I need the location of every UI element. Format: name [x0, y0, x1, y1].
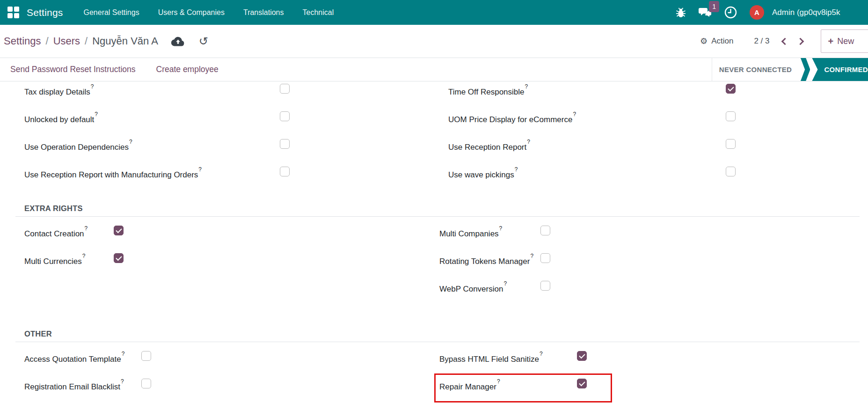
activities-clock-icon[interactable] — [724, 6, 737, 19]
help-icon[interactable]: ? — [121, 378, 124, 385]
control-panel: Settings / Users / Nguyễn Văn A ↺ ⚙ Acti… — [0, 25, 868, 58]
extra-rights-left-column: Contact Creation? Multi Currencies? — [24, 223, 439, 306]
help-icon[interactable]: ? — [129, 139, 132, 145]
field-label: Use Reception Report — [448, 143, 526, 152]
top-right-column: Time Off Responsible? UOM Price Display … — [448, 81, 868, 192]
field-row-use-operation-dependencies: Use Operation Dependencies? — [24, 137, 448, 164]
user-menu-label[interactable]: Admin (gp0qv8ip5k — [772, 8, 840, 17]
help-icon[interactable]: ? — [540, 351, 543, 357]
send-password-reset-button[interactable]: Send Password Reset Instructions — [10, 65, 136, 74]
pager-value: 2 / 3 — [754, 37, 769, 46]
stage-arrow-icon — [801, 58, 810, 81]
field-label: Multi Companies — [439, 229, 499, 238]
help-icon[interactable]: ? — [95, 111, 98, 117]
other-left-column: Access Quotation Template? Registration … — [24, 349, 439, 404]
checkbox-multi-currencies[interactable] — [114, 253, 124, 263]
field-label: Unlocked by default — [24, 115, 94, 124]
field-label: Tax display Details — [24, 88, 90, 96]
bug-icon[interactable] — [676, 7, 686, 18]
checkbox-unlocked-by-default[interactable] — [280, 111, 290, 121]
field-row-use-wave-pickings: Use wave pickings? — [448, 164, 868, 192]
checkbox-multi-companies[interactable] — [540, 226, 550, 235]
field-row-bypass-html-field-sanitize: Bypass HTML Field Sanitize? — [439, 349, 860, 376]
help-icon[interactable]: ? — [515, 166, 518, 173]
help-icon[interactable]: ? — [82, 253, 86, 259]
help-icon[interactable]: ? — [85, 225, 88, 232]
help-icon[interactable]: ? — [525, 83, 528, 90]
form-sheet: Tax display Details? Unlocked by default… — [0, 81, 868, 404]
user-avatar[interactable]: A — [750, 5, 764, 20]
menu-technical[interactable]: Technical — [303, 8, 334, 17]
field-row-use-reception-report: Use Reception Report? — [448, 137, 868, 164]
checkbox-access-quotation-template[interactable] — [141, 351, 151, 361]
checkbox-use-operation-dependencies[interactable] — [280, 139, 290, 149]
cloud-save-icon[interactable] — [171, 37, 185, 46]
help-icon[interactable]: ? — [91, 83, 94, 90]
field-label: Bypass HTML Field Sanitize — [439, 355, 539, 364]
checkbox-uom-price-display[interactable] — [726, 111, 736, 121]
checkbox-bypass-html-field-sanitize[interactable] — [577, 351, 587, 361]
checkbox-webp-conversion[interactable] — [540, 281, 550, 291]
help-icon[interactable]: ? — [573, 111, 576, 117]
top-navbar: Settings General Settings Users & Compan… — [0, 0, 868, 25]
checkbox-use-wave-pickings[interactable] — [726, 167, 736, 176]
action-menu-button[interactable]: ⚙ Action — [700, 37, 733, 46]
field-row-webp-conversion: WebP Conversion? — [439, 278, 860, 306]
field-row-registration-email-blacklist: Registration Email Blacklist? — [24, 376, 439, 404]
field-label: Registration Email Blacklist — [24, 382, 120, 391]
menu-users-companies[interactable]: Users & Companies — [158, 8, 225, 17]
stage-never-connected[interactable]: NEVER CONNECTED — [712, 58, 799, 81]
help-icon[interactable]: ? — [499, 225, 503, 232]
help-icon[interactable]: ? — [530, 253, 533, 259]
field-row-uom-price-display: UOM Price Display for eCommerce? — [448, 109, 868, 137]
checkbox-use-reception-report[interactable] — [726, 139, 736, 149]
gear-icon: ⚙ — [700, 37, 708, 45]
create-employee-button[interactable]: Create employee — [156, 65, 219, 74]
statusbar: NEVER CONNECTED CONFIRMED — [712, 58, 868, 81]
field-label: Use wave pickings — [448, 170, 514, 179]
pager-previous-icon[interactable] — [781, 37, 789, 45]
help-icon[interactable]: ? — [527, 139, 530, 145]
apps-menu-icon[interactable] — [7, 7, 19, 18]
checkbox-time-off-responsible[interactable] — [726, 84, 736, 94]
checkbox-use-reception-report-mo[interactable] — [280, 167, 290, 176]
field-label: UOM Price Display for eCommerce — [448, 115, 572, 124]
new-record-button[interactable]: + New — [821, 29, 868, 53]
field-label: Time Off Responsible — [448, 88, 525, 96]
top-field-grid: Tax display Details? Unlocked by default… — [0, 81, 868, 192]
app-name[interactable]: Settings — [27, 7, 63, 18]
form-button-bar: Send Password Reset Instructions Create … — [0, 58, 868, 81]
breadcrumb-users[interactable]: Users — [53, 35, 80, 47]
section-extra-rights: EXTRA RIGHTS Contact Creation? Multi Cur… — [15, 204, 860, 306]
menu-general-settings[interactable]: General Settings — [83, 8, 139, 17]
checkbox-tax-display-details[interactable] — [280, 84, 290, 94]
help-icon[interactable]: ? — [122, 351, 125, 357]
checkbox-repair-manager[interactable] — [577, 379, 587, 388]
top-left-column: Tax display Details? Unlocked by default… — [24, 81, 448, 192]
pager-next-icon[interactable] — [797, 37, 804, 45]
field-label: Repair Manager — [439, 382, 496, 391]
discard-undo-icon[interactable]: ↺ — [199, 36, 208, 47]
checkbox-contact-creation[interactable] — [114, 226, 124, 235]
field-label: WebP Conversion — [439, 285, 503, 293]
field-row-time-off-responsible: Time Off Responsible? — [448, 81, 868, 109]
section-other: OTHER Access Quotation Template? Registr… — [15, 329, 860, 404]
help-icon[interactable]: ? — [198, 166, 202, 173]
breadcrumb-current-record: Nguyễn Văn A — [92, 35, 158, 47]
breadcrumb-settings[interactable]: Settings — [4, 35, 41, 47]
field-row-rotating-tokens-manager: Rotating Tokens Manager? — [439, 251, 860, 278]
help-icon[interactable]: ? — [497, 378, 500, 385]
field-row-access-quotation-template: Access Quotation Template? — [24, 349, 439, 376]
checkbox-registration-email-blacklist[interactable] — [141, 379, 151, 388]
messages-icon[interactable]: 1 — [699, 7, 712, 18]
field-label: Contact Creation — [24, 229, 84, 238]
field-row-repair-manager-highlighted: Repair Manager? — [439, 376, 860, 404]
breadcrumb-separator: / — [46, 35, 49, 47]
checkbox-rotating-tokens-manager[interactable] — [540, 253, 550, 263]
help-icon[interactable]: ? — [503, 280, 507, 287]
field-row-use-reception-report-mo: Use Reception Report with Manufacturing … — [24, 164, 448, 192]
stage-confirmed[interactable]: CONFIRMED — [812, 58, 868, 81]
breadcrumb: Settings / Users / Nguyễn Văn A — [0, 35, 158, 47]
field-label: Access Quotation Template — [24, 355, 121, 364]
menu-translations[interactable]: Translations — [243, 8, 284, 17]
